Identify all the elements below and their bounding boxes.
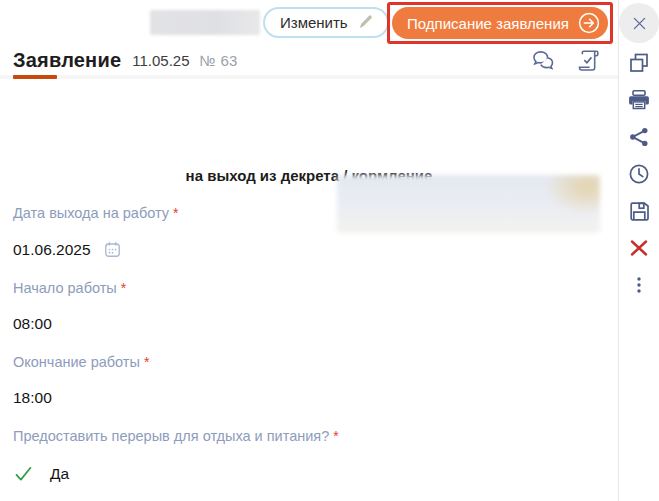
edit-button[interactable]: Изменить bbox=[263, 7, 389, 38]
pencil-icon bbox=[357, 13, 374, 33]
field-label-start-time: Начало работы* bbox=[13, 280, 605, 296]
sign-application-button[interactable]: Подписание заявления bbox=[392, 7, 608, 39]
field-label-break-question: Предоставить перерыв для отдыха и питани… bbox=[13, 428, 605, 444]
signature-scroll-icon[interactable] bbox=[575, 47, 602, 74]
field-value-break-answer[interactable]: Да bbox=[13, 463, 605, 484]
annotation-highlight-box: Подписание заявления bbox=[387, 2, 613, 44]
form-fields: Дата выхода на работу* 01.06.2025 bbox=[0, 205, 618, 501]
edit-button-label: Изменить bbox=[280, 14, 348, 31]
required-asterisk: * bbox=[173, 205, 178, 221]
more-icon[interactable] bbox=[627, 273, 651, 297]
redacted-employee-name bbox=[150, 10, 260, 35]
comments-icon[interactable] bbox=[529, 47, 556, 74]
number-sign: № bbox=[200, 52, 216, 69]
copy-icon[interactable] bbox=[627, 51, 651, 75]
title-accent-underline bbox=[13, 75, 57, 79]
field-value-return-date[interactable]: 01.06.2025 bbox=[13, 240, 605, 259]
required-asterisk: * bbox=[121, 280, 126, 296]
document-number: 63 bbox=[221, 52, 238, 69]
save-icon[interactable] bbox=[627, 199, 651, 223]
delete-icon[interactable] bbox=[627, 236, 651, 260]
field-value-end-time[interactable]: 18:00 bbox=[13, 389, 605, 407]
topbar: Изменить Подписание заявления bbox=[0, 0, 618, 45]
close-icon[interactable] bbox=[619, 3, 659, 43]
redacted-header-block bbox=[337, 175, 600, 233]
sign-button-label: Подписание заявления bbox=[407, 15, 569, 32]
arrow-right-icon bbox=[578, 12, 600, 34]
check-icon bbox=[13, 463, 34, 484]
document-date: 11.05.25 bbox=[132, 52, 189, 69]
form-content: на выход из декрета / кормление Дата вых… bbox=[0, 167, 618, 501]
required-asterisk: * bbox=[333, 428, 338, 444]
history-icon[interactable] bbox=[627, 162, 651, 186]
right-toolbar bbox=[618, 0, 659, 501]
share-icon[interactable] bbox=[627, 125, 651, 149]
page-title: Заявление bbox=[13, 49, 121, 72]
field-label-end-time: Окончание работы* bbox=[13, 354, 605, 370]
print-icon[interactable] bbox=[627, 88, 651, 112]
calendar-icon[interactable] bbox=[103, 240, 122, 259]
document-header: Заявление 11.05.25 № 63 bbox=[0, 46, 618, 79]
field-value-start-time[interactable]: 08:00 bbox=[13, 315, 605, 333]
document-panel: Изменить Подписание заявления Заявление bbox=[0, 0, 618, 501]
required-asterisk: * bbox=[144, 354, 149, 370]
